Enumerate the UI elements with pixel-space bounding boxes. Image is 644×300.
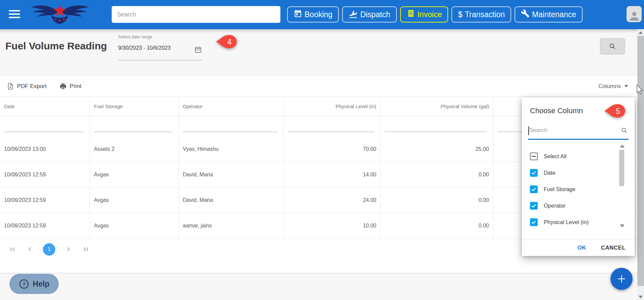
cell-date: 10/06/2023 12:59: [0, 187, 90, 213]
cell-physical-volume: 0.00: [381, 187, 493, 213]
list-scrollbar-thumb[interactable]: [619, 150, 624, 186]
checkbox-checked[interactable]: [530, 202, 538, 210]
nav-maintenance-button[interactable]: Maintenance: [515, 6, 583, 23]
dollar-icon: $: [458, 10, 462, 19]
checkbox-checked[interactable]: [530, 169, 538, 177]
list-scroll-down-icon[interactable]: [620, 224, 625, 227]
columns-dropdown[interactable]: Columns: [598, 83, 628, 90]
user-avatar[interactable]: [627, 6, 642, 22]
nav-transaction-button[interactable]: $ Transaction: [451, 6, 511, 23]
cell-physical-level: 14.00: [284, 162, 381, 187]
date-range-value: 9/30/2023 - 10/6/2023: [118, 45, 203, 51]
first-page-button[interactable]: [9, 245, 17, 253]
calendar-picker-icon[interactable]: [194, 46, 202, 55]
cell-fuel-storage: Avgas: [90, 187, 179, 213]
last-page-icon: [82, 245, 90, 253]
column-option-operator[interactable]: Operator: [522, 198, 635, 214]
print-button[interactable]: Print: [59, 83, 82, 90]
global-search-field[interactable]: [112, 6, 280, 23]
column-header-operator[interactable]: Operator: [179, 97, 284, 116]
ok-button[interactable]: OK: [577, 245, 586, 251]
svg-text:4: 4: [227, 38, 232, 46]
column-header-date[interactable]: Date: [0, 97, 90, 116]
last-page-button[interactable]: [82, 245, 90, 253]
airplane-icon: [348, 10, 358, 19]
popup-search-input[interactable]: [528, 127, 629, 134]
nav-booking-label: Booking: [305, 10, 332, 19]
column-header-physical-level[interactable]: Physical Level (in): [284, 97, 381, 116]
text-caret: [528, 126, 529, 135]
next-page-button[interactable]: [64, 245, 72, 253]
scroll-down-icon[interactable]: [639, 296, 643, 298]
header-shadow: [0, 29, 644, 33]
svg-text:?: ?: [22, 281, 25, 287]
scroll-up-icon[interactable]: [639, 31, 643, 34]
nav-invoice-button[interactable]: Invoice: [400, 6, 448, 23]
nav-maintenance-label: Maintenance: [532, 10, 576, 19]
cell-fuel-storage: Assets 2: [90, 136, 179, 162]
date-range-field[interactable]: Select date range 9/30/2023 - 10/6/2023: [118, 34, 203, 60]
previous-page-button[interactable]: [26, 245, 34, 253]
column-checkbox-list: Select All Date Fuel Storage Operator Ph…: [522, 143, 635, 239]
annotation-badge-4: 4: [215, 34, 237, 50]
column-header-physical-volume[interactable]: Physical Volume (gal): [381, 97, 493, 116]
choose-column-popup: Choose Column Select All Date Fuel Stora…: [522, 97, 635, 256]
cell-operator: aamar, jains: [179, 213, 284, 238]
checkbox-checked[interactable]: [530, 218, 538, 226]
nav-dispatch-button[interactable]: Dispatch: [342, 6, 396, 23]
apply-search-button[interactable]: [600, 38, 625, 54]
search-icon: [609, 43, 616, 50]
cell-physical-volume: 0.00: [381, 162, 493, 187]
question-mark-icon: ?: [19, 279, 29, 289]
check-icon: [531, 186, 537, 192]
nav-booking-button[interactable]: Booking: [287, 6, 339, 23]
cell-operator: David, Maria: [179, 187, 284, 213]
checkbox-indeterminate[interactable]: [530, 153, 538, 160]
pdf-file-icon: [7, 83, 14, 90]
date-range-label: Select date range: [118, 34, 203, 39]
column-option-label: Date: [544, 170, 555, 176]
column-option-label: Operator: [544, 203, 566, 209]
help-button[interactable]: ? Help: [9, 274, 59, 294]
filter-input-physical-level[interactable]: [288, 124, 374, 132]
cell-operator: Vyas, Himashu: [179, 136, 284, 162]
page-title: Fuel Volume Reading: [5, 40, 107, 52]
filter-input-date[interactable]: [4, 124, 84, 132]
filter-input-fuel-storage[interactable]: [94, 124, 172, 132]
page-scrollbar: [637, 29, 644, 300]
pdf-export-button[interactable]: PDF Export: [7, 83, 47, 90]
column-option-date[interactable]: Date: [522, 165, 635, 181]
svg-text:5: 5: [616, 107, 620, 116]
chevron-left-icon: [26, 245, 34, 253]
chevron-down-icon: [624, 85, 628, 87]
main-nav: Booking Dispatch Invoice $ Transaction M…: [287, 6, 583, 23]
columns-label: Columns: [598, 83, 621, 90]
column-header-fuel-storage[interactable]: Fuel Storage: [90, 97, 179, 116]
pdf-export-label: PDF Export: [17, 83, 47, 90]
global-search-input[interactable]: [117, 11, 275, 18]
column-option-label: Select All: [544, 153, 567, 160]
app-header: Booking Dispatch Invoice $ Transaction M…: [0, 0, 644, 29]
annotation-badge-5: 5: [604, 103, 626, 120]
column-option-physical-level[interactable]: Physical Level (in): [522, 214, 635, 230]
hamburger-menu-icon[interactable]: [9, 10, 20, 19]
page-number-button[interactable]: 1: [43, 243, 55, 256]
cell-date: 10/06/2023 13:00: [0, 136, 90, 162]
column-option-fuel-storage[interactable]: Fuel Storage: [522, 181, 635, 198]
popup-footer: OK CANCEL: [522, 239, 635, 256]
printer-icon: [59, 83, 67, 90]
cell-operator: David, Maria: [179, 162, 284, 187]
list-scroll-up-icon[interactable]: [620, 144, 625, 147]
column-option-select-all[interactable]: Select All: [522, 148, 635, 165]
nav-dispatch-label: Dispatch: [360, 10, 390, 19]
filter-input-physical-volume[interactable]: [385, 124, 487, 132]
plus-icon: [616, 273, 627, 284]
popup-search-field[interactable]: [528, 122, 629, 140]
filter-input-operator[interactable]: [183, 124, 277, 132]
cancel-button[interactable]: CANCEL: [601, 245, 626, 251]
checkbox-checked[interactable]: [530, 185, 538, 193]
add-record-fab[interactable]: [610, 268, 633, 290]
cell-date: 10/06/2023 12:59: [0, 213, 90, 238]
search-icon: [621, 127, 628, 135]
scrollbar-thumb[interactable]: [637, 36, 644, 286]
